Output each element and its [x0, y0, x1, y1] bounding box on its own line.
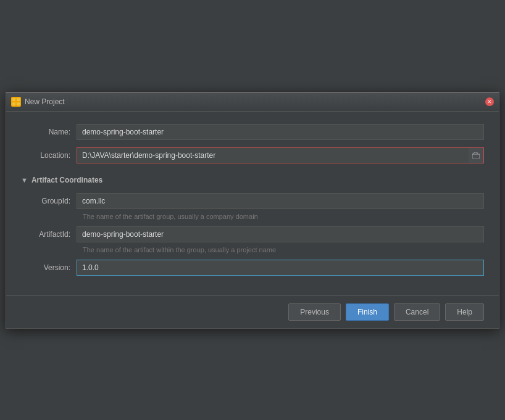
name-label: Name:: [21, 128, 77, 136]
name-input[interactable]: [77, 124, 484, 140]
window-title: New Project: [25, 97, 65, 106]
svg-rect-3: [17, 102, 20, 105]
svg-rect-4: [472, 154, 480, 159]
title-bar-buttons: ✕: [485, 97, 494, 106]
groupid-label: GroupId:: [21, 197, 77, 205]
version-input[interactable]: [77, 260, 484, 276]
version-row: Version:: [21, 260, 484, 276]
artifact-section-title: Artifact Coordinates: [31, 176, 102, 184]
location-row: Location:: [21, 147, 484, 163]
cancel-button[interactable]: Cancel: [394, 303, 440, 321]
new-project-window: New Project ✕ Name: Location:: [6, 92, 499, 329]
window-icon: [11, 97, 21, 107]
location-browse-button[interactable]: [469, 147, 484, 163]
location-input-wrapper: [77, 147, 484, 163]
form-content: Name: Location: ▼ Artifact Coordinates: [6, 112, 499, 295]
artifactid-label: ArtifactId:: [21, 230, 77, 239]
help-button[interactable]: Help: [445, 303, 484, 321]
groupid-row: GroupId:: [21, 193, 484, 209]
location-label: Location:: [21, 151, 77, 160]
collapse-arrow-icon[interactable]: ▼: [21, 176, 28, 184]
artifactid-row: ArtifactId:: [21, 226, 484, 242]
svg-rect-2: [12, 102, 15, 105]
name-row: Name:: [21, 124, 484, 140]
groupid-hint: The name of the artifact group, usually …: [83, 213, 484, 220]
dialog-footer: Previous Finish Cancel Help: [6, 295, 499, 328]
svg-rect-0: [12, 98, 15, 101]
artifactid-hint: The name of the artifact within the grou…: [83, 246, 484, 253]
title-bar: New Project ✕: [6, 93, 499, 112]
svg-rect-1: [17, 98, 20, 101]
title-bar-left: New Project: [11, 97, 65, 107]
previous-button[interactable]: Previous: [288, 303, 341, 321]
version-label: Version:: [21, 263, 77, 272]
close-button[interactable]: ✕: [485, 97, 494, 106]
groupid-input[interactable]: [77, 193, 484, 209]
finish-button[interactable]: Finish: [346, 303, 389, 321]
artifact-section-header: ▼ Artifact Coordinates: [21, 176, 484, 184]
artifactid-input[interactable]: [77, 226, 484, 242]
location-input[interactable]: [77, 147, 469, 163]
